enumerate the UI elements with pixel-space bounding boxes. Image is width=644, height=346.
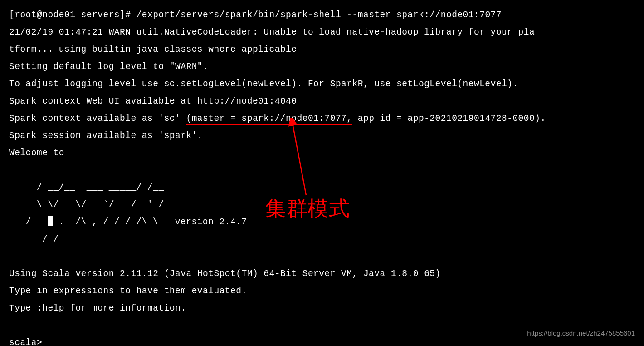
output-line: Using Scala version 2.11.12 (Java HotSpo… xyxy=(9,269,441,279)
spark-ascii-logo: / __/__ ___ _____/ /__ xyxy=(9,183,164,193)
spark-ascii-logo: /_/ xyxy=(9,234,59,244)
shell-command: /export/servers/spark/bin/spark-shell --… xyxy=(137,10,502,20)
cursor-block xyxy=(48,216,53,226)
output-line: Spark session available as 'spark'. xyxy=(9,131,203,141)
output-line: Spark context Web UI available at http:/… xyxy=(9,96,297,106)
shell-prompt: [root@node01 servers]# xyxy=(9,10,137,20)
output-highlighted: (master = spark://node01:7077, xyxy=(186,114,352,125)
spark-ascii-logo: _\ \/ _ \/ _ `/ __/ '_/ xyxy=(9,200,164,210)
output-line: To adjust logging level use sc.setLogLev… xyxy=(9,79,518,89)
output-line-post: app id = app-20210219014728-0000). xyxy=(352,114,546,124)
spark-ascii-logo: ____ __ xyxy=(9,165,153,175)
output-line-pre: Spark context available as 'sc' xyxy=(9,114,186,124)
spark-ascii-logo: /___ xyxy=(9,217,48,227)
output-line: Type in expressions to have them evaluat… xyxy=(9,286,247,296)
output-line: Type :help for more information. xyxy=(9,303,186,313)
output-line: Welcome to xyxy=(9,148,64,158)
scala-prompt[interactable]: scala> xyxy=(9,338,48,346)
output-line: Setting default log level to "WARN". xyxy=(9,62,208,72)
terminal-output: [root@node01 servers]# /export/servers/s… xyxy=(9,6,635,346)
output-line: 21/02/19 01:47:21 WARN util.NativeCodeLo… xyxy=(9,27,535,37)
spark-ascii-logo: .__/\_,_/_/ /_/\_\ version 2.4.7 xyxy=(53,217,247,227)
output-line: tform... using builtin-java classes wher… xyxy=(9,44,297,54)
watermark-text: https://blog.csdn.net/zh2475855601 xyxy=(527,326,635,340)
